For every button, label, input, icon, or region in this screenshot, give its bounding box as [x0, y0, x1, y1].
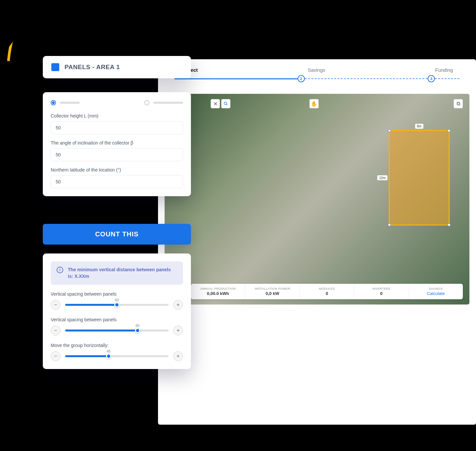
stat-value: 0 [357, 291, 405, 296]
stat-label: SAVINGS [412, 287, 460, 290]
panel-form-card: Collector height L (mm) The angle of inc… [43, 92, 191, 196]
radio-option1[interactable] [51, 100, 56, 105]
radio-placeholder [153, 102, 183, 104]
inclination-input[interactable] [51, 148, 183, 161]
panel-title: PANELS - AREA 1 [65, 64, 120, 71]
stat-savings[interactable]: SAVINGS Calculate [409, 284, 463, 299]
stat-inverters: INVERTERS 0 [354, 284, 409, 299]
stat-label: MODULES [303, 287, 351, 290]
step-circle-3: 3 [428, 75, 435, 82]
vspace1-slider[interactable]: 60 [65, 304, 169, 306]
stat-production: ANNUAL PRODUCTION 0,00.0 kWh [191, 284, 245, 299]
increment-button[interactable]: + [173, 351, 183, 361]
stat-modules: MODULES 0 [300, 284, 354, 299]
stat-value: 0,00.0 kWh [194, 291, 242, 296]
map-view[interactable]: ✕ ✋ ⧉ 8m 12m ANNUAL PRODUCTION 0,00.0 kW… [165, 94, 469, 305]
progress-stepper: Project Savings Funding 2 3 [158, 59, 476, 81]
dimension-height: 12m [377, 175, 387, 180]
area-selection[interactable]: 8m 12m [389, 130, 450, 226]
step-circle-2: 2 [298, 75, 305, 82]
stat-power: INSTALLATION POWER 0,0 kW [245, 284, 300, 299]
panel-header-card: PANELS - AREA 1 [43, 56, 191, 78]
step-savings[interactable]: Savings [308, 67, 325, 73]
calculate-link[interactable]: Calculate [412, 291, 460, 296]
latitude-label: Northern latitude of the location (°) [51, 167, 183, 172]
map-toolbar-left: ✕ [211, 99, 230, 108]
step-funding[interactable]: Funding [435, 67, 453, 73]
collector-height-input[interactable] [51, 121, 183, 134]
hmove-slider[interactable]: 45 [65, 355, 169, 357]
hand-icon[interactable]: ✋ [309, 99, 319, 108]
stat-label: INSTALLATION POWER [249, 287, 296, 290]
resize-handle-bl[interactable] [388, 223, 391, 226]
decrement-button[interactable]: − [51, 300, 61, 310]
map-toolbar-right: ⧉ [454, 99, 463, 108]
increment-button[interactable]: + [173, 300, 183, 310]
resize-handle-br[interactable] [447, 223, 451, 226]
step-line-2 [305, 78, 428, 79]
panel-sliders-card: i The minimum vertical distance between … [43, 253, 191, 369]
slider-value: 45 [107, 349, 111, 353]
info-icon: i [57, 267, 63, 273]
search-icon[interactable] [221, 99, 230, 108]
collector-height-label: Collector height L (mm) [51, 113, 183, 119]
svg-point-0 [224, 102, 227, 105]
info-text: The minimum vertical distance between pa… [68, 267, 177, 279]
copy-icon[interactable]: ⧉ [454, 99, 463, 108]
vspace2-slider[interactable]: 80 [65, 330, 169, 332]
dimension-width: 8m [415, 124, 424, 129]
mode-selector [51, 100, 183, 105]
radio-option2[interactable] [144, 100, 149, 105]
info-alert: i The minimum vertical distance between … [51, 261, 183, 285]
hmove-label: Move the group horizontally: [51, 343, 183, 348]
slider-value: 80 [136, 324, 140, 328]
stat-value: 0,0 kW [249, 291, 296, 296]
count-button[interactable]: COUNT THIS [43, 224, 191, 245]
increment-button[interactable]: + [173, 326, 183, 335]
stat-value: 0 [303, 291, 351, 296]
decrement-button[interactable]: − [51, 351, 61, 361]
vspace1-label: Vertical spacing between panels [51, 291, 183, 297]
svg-line-1 [226, 104, 227, 105]
vspace2-label: Vertical spacing between panels [51, 317, 183, 322]
step-line-1 [174, 78, 298, 79]
stat-label: ANNUAL PRODUCTION [194, 287, 242, 290]
close-icon[interactable]: ✕ [211, 99, 220, 108]
radio-placeholder [60, 102, 80, 104]
slider-value: 60 [115, 298, 119, 302]
resize-handle-tl[interactable] [388, 129, 391, 132]
latitude-input[interactable] [51, 175, 183, 188]
resize-handle-tr[interactable] [447, 129, 451, 132]
inclination-label: The angle of inclination of the collecto… [51, 140, 183, 146]
map-toolbar-mid: ✋ [309, 99, 319, 108]
area-color-swatch[interactable] [51, 63, 59, 71]
main-app-window: Project Savings Funding 2 3 ✕ ✋ ⧉ [158, 59, 476, 425]
stat-label: INVERTERS [357, 287, 405, 290]
step-line-3 [435, 78, 460, 79]
decrement-button[interactable]: − [51, 326, 61, 335]
stats-bar: ANNUAL PRODUCTION 0,00.0 kWh INSTALLATIO… [191, 284, 463, 299]
